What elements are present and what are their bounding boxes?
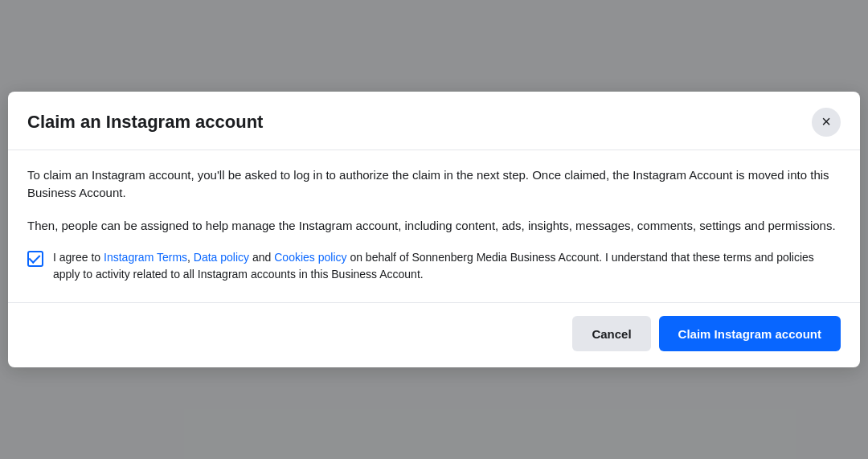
cancel-button[interactable]: Cancel bbox=[572, 316, 650, 351]
terms-checkbox[interactable] bbox=[27, 251, 43, 267]
claim-instagram-button[interactable]: Claim Instagram account bbox=[659, 316, 841, 351]
label-prefix: I agree to bbox=[53, 251, 104, 264]
and-text: and bbox=[249, 251, 274, 264]
body-paragraph-1: To claim an Instagram account, you'll be… bbox=[27, 166, 841, 203]
dialog-header: Claim an Instagram account × bbox=[8, 92, 860, 150]
dialog: Claim an Instagram account × To claim an… bbox=[8, 92, 860, 368]
dialog-overlay: Claim an Instagram account × To claim an… bbox=[0, 0, 868, 459]
dialog-title: Claim an Instagram account bbox=[27, 112, 263, 133]
terms-checkbox-area: I agree to Instagram Terms, Data policy … bbox=[27, 249, 841, 283]
close-button[interactable]: × bbox=[812, 108, 841, 137]
body-paragraph-2: Then, people can be assigned to help man… bbox=[27, 217, 841, 236]
close-icon: × bbox=[821, 113, 831, 131]
instagram-terms-link[interactable]: Instagram Terms bbox=[104, 251, 187, 264]
dialog-body: To claim an Instagram account, you'll be… bbox=[8, 150, 860, 303]
dialog-footer: Cancel Claim Instagram account bbox=[8, 302, 860, 367]
comma-1: , bbox=[187, 251, 194, 264]
cookies-policy-link[interactable]: Cookies policy bbox=[274, 251, 346, 264]
terms-checkbox-label[interactable]: I agree to Instagram Terms, Data policy … bbox=[53, 249, 841, 283]
checkbox-wrapper[interactable] bbox=[27, 251, 43, 270]
data-policy-link[interactable]: Data policy bbox=[194, 251, 249, 264]
